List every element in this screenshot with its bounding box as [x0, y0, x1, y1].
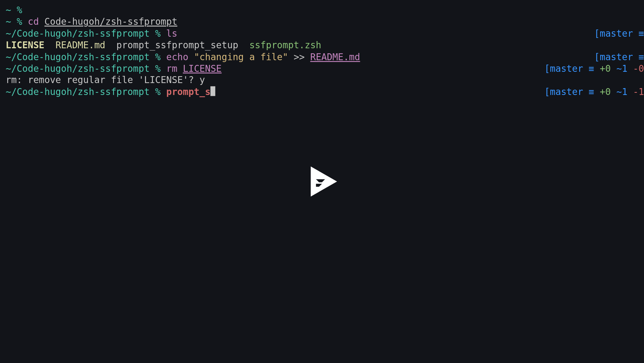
git-branch: master — [550, 86, 583, 98]
command-arg: LICENSE — [183, 63, 222, 74]
git-deleted: -0 — [633, 63, 644, 74]
terminal-line: ~ % — [6, 4, 644, 16]
git-modified: ~1 — [616, 63, 627, 74]
command: echo — [166, 51, 189, 63]
file-setup: prompt_ssfprompt_setup — [117, 39, 238, 51]
git-sync-icon: ≡ — [633, 28, 644, 39]
gap — [44, 39, 55, 51]
ls-output: LICENSE README.md prompt_ssfprompt_setup… — [6, 39, 321, 51]
git-status: [master ≡] — [594, 51, 644, 63]
typed-input[interactable]: prompt_s — [166, 86, 210, 98]
prompt-path: ~/Code-hugoh/zsh-ssfprompt — [6, 28, 150, 39]
git-sync-icon: ≡ — [633, 51, 644, 63]
git-added: +0 — [600, 63, 611, 74]
git-status: [master ≡] — [594, 28, 644, 39]
command: rm — [166, 63, 177, 74]
command: cd — [28, 16, 39, 28]
git-sync-icon: ≡ — [583, 86, 600, 98]
prompt-separator: % — [150, 86, 166, 98]
prompt-path: ~/Code-hugoh/zsh-ssfprompt — [6, 51, 150, 63]
prompt-separator: % — [11, 16, 28, 28]
terminal-line: rm: remove regular file 'LICENSE'? y — [6, 75, 644, 86]
command-arg: README.md — [310, 51, 360, 63]
git-status: [master ≡ +0 ~1 -1] — [544, 86, 644, 98]
git-bracket-open: [ — [594, 28, 600, 39]
space — [177, 63, 183, 74]
gap — [627, 86, 633, 98]
prompt-path: ~/Code-hugoh/zsh-ssfprompt — [6, 86, 150, 98]
rm-prompt-output: rm: remove regular file 'LICENSE'? y — [6, 75, 205, 86]
prompt-separator: % — [150, 63, 166, 74]
file-license: LICENSE — [6, 39, 44, 51]
command-arg: Code-hugoh/zsh-ssfprompt — [44, 16, 177, 28]
git-bracket-open: [ — [594, 51, 600, 63]
file-ssfprompt: ssfprompt.zsh — [249, 39, 321, 51]
play-button[interactable] — [303, 163, 341, 200]
space — [188, 51, 194, 63]
gap — [105, 39, 116, 51]
prompt-separator: % — [150, 51, 166, 63]
terminal-line: ~/Code-hugoh/zsh-ssfprompt % rm LICENSE … — [6, 63, 644, 74]
gap — [611, 86, 616, 98]
gap — [627, 63, 633, 74]
git-branch: master — [550, 63, 583, 74]
prompt-path: ~ — [6, 16, 11, 28]
git-deleted: -1 — [633, 86, 644, 98]
prompt-path: ~/Code-hugoh/zsh-ssfprompt — [6, 63, 150, 74]
gap — [238, 39, 249, 51]
terminal-line: LICENSE README.md prompt_ssfprompt_setup… — [6, 39, 644, 51]
git-status: [master ≡ +0 ~1 -0] — [544, 63, 644, 74]
string-arg: "changing a file" — [194, 51, 288, 63]
space — [39, 16, 44, 28]
prompt-separator: % — [150, 28, 166, 39]
prompt-path: ~ — [6, 4, 11, 16]
space — [305, 51, 310, 63]
redirect-op: >> — [293, 51, 304, 63]
gap — [611, 63, 616, 74]
prompt-separator: % — [11, 4, 28, 16]
git-bracket-open: [ — [544, 86, 550, 98]
terminal-line: ~/Code-hugoh/zsh-ssfprompt % echo "chang… — [6, 51, 644, 63]
play-icon — [303, 163, 341, 200]
cursor — [210, 86, 216, 96]
git-bracket-open: [ — [544, 63, 550, 74]
terminal-line: ~ % cd Code-hugoh/zsh-ssfprompt — [6, 16, 644, 28]
command: ls — [166, 28, 177, 39]
git-branch: master — [600, 28, 633, 39]
git-branch: master — [600, 51, 633, 63]
terminal-line: ~/Code-hugoh/zsh-ssfprompt % ls [master … — [6, 28, 644, 39]
space — [288, 51, 294, 63]
git-added: +0 — [600, 86, 611, 98]
file-readme: README.md — [55, 39, 105, 51]
terminal-line-active: ~/Code-hugoh/zsh-ssfprompt % prompt_s [m… — [6, 86, 644, 98]
git-modified: ~1 — [616, 86, 627, 98]
git-sync-icon: ≡ — [583, 63, 600, 74]
